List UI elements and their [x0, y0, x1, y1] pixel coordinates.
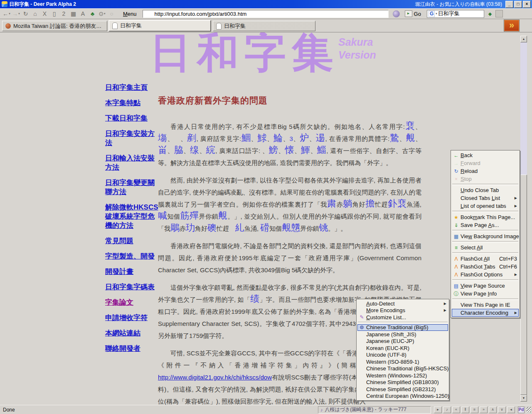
menu-item-view-background-image[interactable]: ▦View Background Image	[452, 232, 519, 240]
menu-item-view-this-page-in-ie[interactable]: View This Page in IE	[452, 301, 519, 309]
tab-3[interactable]: 日和字集	[213, 21, 315, 31]
menu-item-flashgot-options[interactable]: ΛFlashGot Options▶	[452, 271, 519, 278]
menu-item-closed-tabs-list[interactable]: Closed Tabs List▶	[452, 194, 519, 202]
back-icon[interactable]: ←▾	[2, 10, 11, 18]
sidebar-link[interactable]: 常見問題	[105, 237, 160, 246]
page-tab-icon	[112, 22, 118, 29]
menu-item-view-page-info[interactable]: ⓘView Page Info	[452, 290, 519, 298]
sidebar-link[interactable]: 本字集特點	[105, 99, 160, 108]
scrollbar-thumb[interactable]	[520, 175, 527, 395]
menu-item-enc-windows-1252[interactable]: Western (Windows-1252)	[357, 372, 448, 379]
restore-button[interactable]: □	[514, 1, 522, 8]
tab-overflow-button[interactable]: »	[504, 20, 520, 32]
menu-item-list-of-opened-tabs[interactable]: List of opened tabs▶	[452, 202, 519, 210]
search-box[interactable]: G ▾ 日和字集	[427, 10, 484, 18]
gaiji-char: 躺	[343, 198, 352, 209]
tab-1[interactable]: Mozilla Taiwan 討論區: 香港的朋友請看...	[2, 21, 107, 31]
menu-item-select-all[interactable]: ≡Select All	[452, 244, 519, 251]
sidebar-link[interactable]: 日和字集字碼表	[105, 283, 160, 292]
flashgot-options-icon: Λ	[452, 272, 461, 277]
scroll-up-button[interactable]: ▲	[520, 36, 527, 42]
media-player-panel[interactable]: ♪ 八桜はづき(園崎未恵) - ラッキー777	[318, 406, 431, 414]
sidebar-link[interactable]: 開發計畫	[105, 267, 160, 276]
menu-item-bookmark-this-page[interactable]: ★Bookmark This Page...	[452, 213, 519, 221]
menu-item-enc-shift-jis[interactable]: Japanese (Shift_JIS)	[357, 331, 448, 338]
home-icon[interactable]: ⌂	[30, 10, 40, 18]
foruto-tree-icon[interactable]: ♣	[88, 10, 97, 18]
dropdown-caret-icon[interactable]: ▾	[18, 12, 20, 15]
menu-item-flashgot-all[interactable]: ΛFlashGot AllCtrl+F3	[452, 255, 519, 263]
menu-item-reload[interactable]: ↻Reload	[452, 167, 519, 175]
resize-grip[interactable]	[527, 407, 531, 412]
sidebar-link[interactable]: 日和字集變更關聯方法	[105, 178, 160, 197]
menu-item-auto-detect[interactable]: Auto-Detect▶	[357, 300, 448, 307]
menu-item-view-page-source[interactable]: ▤View Page Source	[452, 282, 519, 290]
player-button-3[interactable]: «	[452, 407, 460, 413]
google-icon[interactable]: G	[429, 11, 435, 17]
dropdown-caret-icon[interactable]: ▾	[9, 12, 10, 15]
menu-item-undo-close-tab[interactable]: Undo Close Tab	[452, 186, 519, 194]
scroll-down-button[interactable]: ▼	[520, 395, 527, 402]
url-bar[interactable]: http://input.foruto.com/jptxt/arti003.ht…	[143, 10, 389, 18]
player-button-1[interactable]: ▸	[434, 407, 442, 413]
dropdown-caret-icon[interactable]: ▾	[104, 12, 106, 15]
extension-icon[interactable]	[393, 10, 400, 17]
menu-item-enc-windows-1250[interactable]: Central European (Windows-1250)	[357, 393, 448, 400]
tab-2[interactable]: 日和字集	[108, 20, 211, 32]
page-style-icon[interactable]: A	[78, 10, 88, 18]
menu-item-flashgot-tabs[interactable]: ΛFlashGot TabsCtrl+F6	[452, 263, 519, 271]
gaiji-char: 缐	[190, 145, 200, 155]
menu-button[interactable]: Menu	[121, 11, 139, 17]
player-button-5[interactable]: ≡	[470, 407, 478, 413]
menu-item-enc-gb2312[interactable]: Chinese Simplified (GB2312)	[357, 386, 448, 393]
app-icon	[2, 1, 7, 7]
player-engine-button[interactable]: Pd	[518, 407, 525, 413]
player-button-7[interactable]: ∧	[489, 407, 497, 413]
menu-item-enc-utf8[interactable]: Unicode (UTF-8)	[357, 352, 448, 359]
menu-item-character-encoding[interactable]: Character Encoding▶	[452, 309, 519, 317]
player-button-6[interactable]: »	[480, 407, 488, 413]
sidebar-link[interactable]: 解除微軟HKSCS破壞系統字型危機的方法	[105, 203, 160, 230]
menu-item-save-page-as[interactable]: ⇓Save Page As...	[452, 221, 519, 229]
go-button[interactable]: ▸ Go	[403, 10, 423, 17]
window-titlebar[interactable]: 日和字集 - Deer Park Alpha 2 堀江由衣 - お気に入りの自転…	[0, 0, 532, 8]
menu-item-enc-big5-hkscs[interactable]: Chinese Traditional (Big5-HKSCS)	[357, 365, 448, 372]
sidebar-link[interactable]: 聯絡開發者	[105, 344, 160, 353]
player-button-8[interactable]: ∨	[498, 407, 506, 413]
sidebar-link[interactable]: 字集論文	[105, 298, 160, 307]
sidebar-link[interactable]: 本網站連結	[105, 329, 160, 338]
player-button-9[interactable]: ◂	[507, 407, 515, 413]
vertical-scrollbar[interactable]: ▲ ▼	[520, 36, 527, 402]
player-button-2[interactable]: ♪	[443, 407, 451, 413]
bookmark-icon[interactable]: ▯	[49, 10, 59, 18]
search-engine-caret-icon[interactable]: ▾	[436, 12, 437, 15]
menu-item-enc-iso-8859-1[interactable]: Western (ISO-8859-1)	[357, 358, 448, 365]
search-input[interactable]: 日和字集	[438, 10, 460, 17]
page-title: 香港政府新舊外字集的問題	[158, 95, 421, 106]
scheduler-clock-icon[interactable]: ⊙▾	[97, 10, 107, 18]
quick-bookmark-icon[interactable]: ◆	[486, 10, 494, 17]
menu-item-enc-big5[interactable]: Chinese Traditional (Big5)	[357, 324, 448, 331]
tab2-icon[interactable]: 2	[59, 10, 69, 18]
player-button-4[interactable]: ‖	[461, 407, 469, 413]
menu-item-enc-euc-jp[interactable]: Japanese (EUC-JP)	[357, 338, 448, 345]
sidebar-link[interactable]: 日和輸入法安裝方法	[105, 154, 160, 172]
sidebar-link[interactable]: 日和字集安裝方法	[105, 129, 160, 148]
sidebar-link[interactable]: 申請增收字符	[105, 313, 160, 323]
minimize-button[interactable]: _	[505, 1, 513, 8]
sidebar-link[interactable]: 字型製造、開發	[105, 252, 160, 261]
hourglass-icon[interactable]: X	[40, 10, 49, 18]
menu-item-more-encodings[interactable]: More Encodings▶	[357, 307, 448, 314]
menu-item-back[interactable]: ←Back	[452, 151, 519, 159]
go-icon: ▸	[405, 10, 412, 17]
close-button[interactable]: ×	[523, 1, 531, 8]
reload-icon[interactable]: ↻	[21, 10, 30, 18]
gaiji-char: 筋殫	[180, 210, 199, 221]
downloads-icon[interactable]: ▦	[69, 10, 78, 18]
sidebar-link[interactable]: 日和字集主頁	[105, 83, 160, 92]
menu-item-enc-euc-kr[interactable]: Korean (EUC-KR)	[357, 345, 448, 352]
menu-item-enc-gb18030[interactable]: Chinese Simplified (GB18030)	[357, 379, 448, 386]
menu-item-customize-list[interactable]: ✎Customize List...	[357, 314, 448, 321]
sidebar-link[interactable]: 下載日和字集	[105, 114, 160, 123]
inline-link[interactable]: http://www.digital21.gov.hk/chi/hkscs/do…	[158, 374, 272, 381]
